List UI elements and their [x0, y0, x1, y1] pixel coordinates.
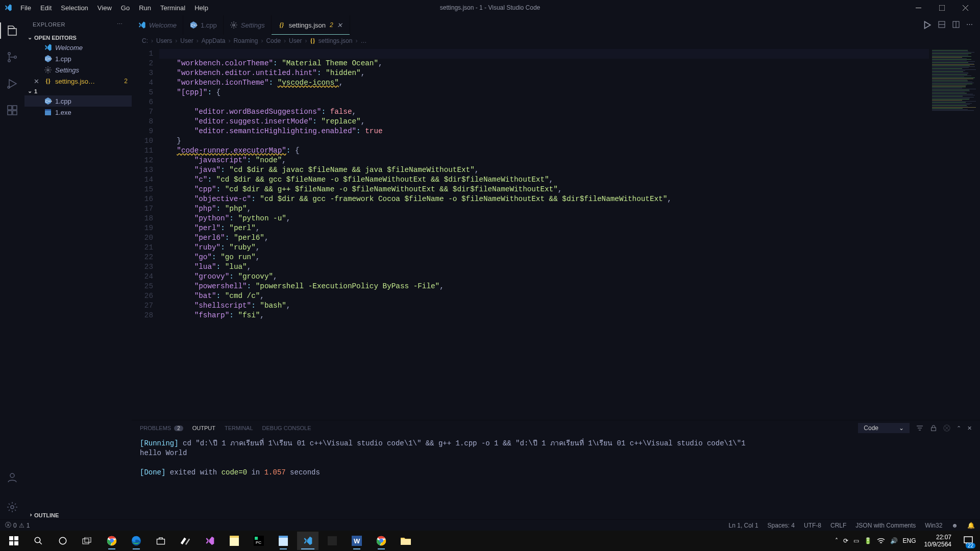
close-icon[interactable]: ✕ [336, 21, 344, 29]
taskbar-books[interactable] [175, 532, 196, 550]
menu-help[interactable]: Help [190, 2, 212, 14]
breadcrumb-segment[interactable]: AppData [202, 37, 226, 44]
status-language[interactable]: JSON with Comments [855, 522, 916, 529]
open-editors-section[interactable]: ⌄ OPEN EDITORS [24, 33, 132, 42]
svg-rect-0 [916, 8, 921, 8]
breadcrumb-segment[interactable]: settings.json [318, 37, 353, 44]
status-encoding[interactable]: UTF-8 [804, 522, 821, 529]
panel-tab-debug-console[interactable]: DEBUG CONSOLE [262, 425, 311, 431]
editor-tab[interactable]: C++1.cpp [183, 15, 224, 35]
breadcrumb-segment[interactable]: User [289, 37, 302, 44]
breadcrumb-segment[interactable]: C: [142, 37, 148, 44]
svg-rect-1 [939, 5, 945, 11]
breadcrumb-segment[interactable]: Roaming [233, 37, 258, 44]
taskbar-explorer[interactable] [395, 532, 416, 550]
tray-volume-icon[interactable]: 🔊 [890, 537, 898, 544]
status-eol[interactable]: CRLF [830, 522, 846, 529]
output-channel-select[interactable]: Code ⌄ [858, 423, 910, 433]
tray-battery-icon[interactable]: 🔋 [864, 537, 872, 544]
clear-icon[interactable] [943, 424, 950, 432]
open-editor-item[interactable]: Welcome [24, 42, 132, 53]
tray-wifi-icon[interactable] [877, 538, 885, 544]
taskbar-vs[interactable] [199, 532, 220, 550]
maximize-button[interactable] [930, 0, 953, 15]
panel-tab-terminal[interactable]: TERMINAL [225, 425, 253, 431]
warning-icon: ⚠ [19, 522, 24, 529]
taskbar-word[interactable]: W [346, 532, 368, 550]
activity-account[interactable] [0, 465, 24, 490]
breadcrumbs[interactable]: C:›Users›User›AppData›Roaming›Code›User›… [132, 35, 980, 47]
svg-point-13 [47, 69, 49, 71]
open-editor-item[interactable]: Settings [24, 64, 132, 76]
menu-selection[interactable]: Selection [57, 2, 92, 14]
open-editor-item[interactable]: C++1.cpp [24, 53, 132, 64]
menu-run[interactable]: Run [135, 2, 155, 14]
explorer-more-icon[interactable]: ⋯ [117, 21, 124, 28]
taskbar-chrome[interactable] [101, 532, 122, 550]
status-feedback-icon[interactable]: ☻ [951, 522, 958, 529]
tray-sync-icon[interactable]: ⟳ [843, 537, 848, 544]
start-button[interactable] [3, 532, 24, 550]
tray-language[interactable]: ENG [903, 537, 916, 544]
activity-source-control[interactable] [0, 45, 24, 69]
status-problems[interactable]: ⓧ0 ⚠1 [5, 521, 30, 530]
split-right-icon[interactable] [952, 20, 960, 30]
open-editor-item[interactable]: ✕{}settings.jso…2 [24, 76, 132, 87]
split-down-icon[interactable] [938, 20, 946, 30]
folder-file-item[interactable]: C++1.cpp [24, 95, 132, 107]
code-editor[interactable]: |{ "workbench.colorTheme": "Material The… [159, 47, 929, 420]
taskbar-edge[interactable] [126, 532, 147, 550]
folder-section[interactable]: ⌄ 1 [24, 87, 132, 95]
menu-file[interactable]: File [16, 2, 35, 14]
output-body[interactable]: [Running] cd "d:\ปี 1 ภาคเรียนที่ 1\เรีย… [132, 436, 980, 519]
filter-icon[interactable] [916, 424, 924, 432]
taskbar-notepad2[interactable] [273, 532, 294, 550]
status-ln-col[interactable]: Ln 1, Col 1 [729, 522, 758, 529]
status-os[interactable]: Win32 [925, 522, 942, 529]
taskbar-notepad1[interactable] [224, 532, 245, 550]
panel-tab-problems[interactable]: PROBLEMS 2 [140, 425, 183, 431]
close-window-button[interactable] [953, 0, 977, 15]
close-panel-icon[interactable]: ✕ [967, 425, 972, 432]
taskbar-chrome2[interactable] [371, 532, 392, 550]
minimize-button[interactable] [906, 0, 930, 15]
taskbar-blank[interactable] [322, 532, 343, 550]
taskbar-store[interactable] [150, 532, 172, 550]
tray-notifications[interactable]: 22 [960, 532, 977, 550]
tray-meet-icon[interactable]: ▭ [853, 537, 859, 544]
menu-view[interactable]: View [93, 2, 116, 14]
cortana-button[interactable] [52, 532, 74, 550]
editor-tab[interactable]: {}settings.json2✕ [272, 15, 350, 35]
panel-tab-output[interactable]: OUTPUT [192, 425, 215, 431]
menu-go[interactable]: Go [117, 2, 134, 14]
tray-chevron-icon[interactable]: ˄ [835, 537, 838, 544]
folder-file-item[interactable]: 1.exe [24, 107, 132, 118]
close-icon[interactable]: ✕ [34, 78, 41, 85]
outline-section[interactable]: ⌄ OUTLINE [24, 511, 132, 519]
activity-explorer[interactable] [0, 18, 24, 43]
chevron-right-icon: › [175, 37, 177, 44]
search-button[interactable] [28, 532, 49, 550]
editor-tab[interactable]: Welcome [132, 15, 183, 35]
activity-run-debug[interactable] [0, 71, 24, 96]
minimap[interactable] [929, 47, 980, 420]
editor-tab[interactable]: Settings [224, 15, 272, 35]
tray-clock[interactable]: 22:07 10/9/2564 [921, 534, 954, 548]
breadcrumb-segment[interactable]: Code [266, 37, 281, 44]
breadcrumb-segment[interactable]: Users [156, 37, 172, 44]
breadcrumb-segment[interactable]: User [180, 37, 193, 44]
taskbar-vscode[interactable] [297, 532, 318, 550]
chevron-up-icon[interactable]: ⌃ [957, 425, 961, 432]
more-icon[interactable]: ⋯ [966, 20, 974, 30]
activity-settings[interactable] [0, 495, 24, 519]
breadcrumb-segment[interactable]: … [360, 37, 366, 44]
run-icon[interactable] [922, 20, 932, 30]
status-bell-icon[interactable]: 🔔 [967, 522, 975, 529]
lock-icon[interactable] [930, 424, 937, 432]
status-spaces[interactable]: Spaces: 4 [768, 522, 795, 529]
activity-extensions[interactable] [0, 98, 24, 122]
taskbar-pycharm[interactable]: PC [248, 532, 270, 550]
menu-terminal[interactable]: Terminal [156, 2, 189, 14]
menu-edit[interactable]: Edit [36, 2, 56, 14]
task-view-button[interactable] [77, 532, 98, 550]
